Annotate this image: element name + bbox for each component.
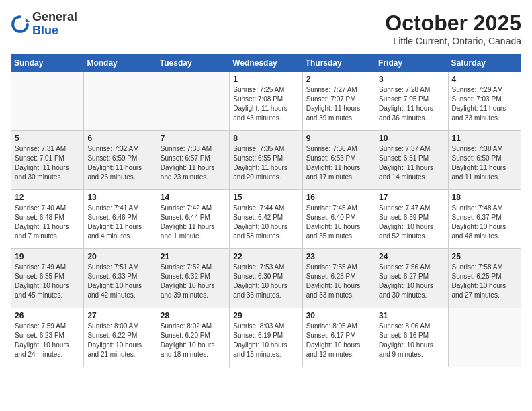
day-info: Sunrise: 7:37 AM Sunset: 6:51 PM Dayligh…: [379, 144, 444, 182]
calendar-day-cell: 28Sunrise: 8:02 AM Sunset: 6:20 PM Dayli…: [157, 308, 229, 367]
day-info: Sunrise: 7:59 AM Sunset: 6:23 PM Dayligh…: [15, 322, 80, 359]
day-info: Sunrise: 7:28 AM Sunset: 7:05 PM Dayligh…: [379, 85, 444, 123]
day-info: Sunrise: 7:44 AM Sunset: 6:42 PM Dayligh…: [233, 203, 298, 241]
day-info: Sunrise: 7:58 AM Sunset: 6:25 PM Dayligh…: [452, 263, 517, 300]
calendar-header-row: SundayMondayTuesdayWednesdayThursdayFrid…: [11, 55, 521, 72]
day-number: 13: [87, 193, 152, 202]
day-info: Sunrise: 7:36 AM Sunset: 6:53 PM Dayligh…: [306, 144, 371, 182]
day-info: Sunrise: 7:31 AM Sunset: 7:01 PM Dayligh…: [15, 144, 80, 182]
calendar-day-cell: 31Sunrise: 8:06 AM Sunset: 6:16 PM Dayli…: [375, 308, 448, 367]
calendar-day-cell: 2Sunrise: 7:27 AM Sunset: 7:07 PM Daylig…: [302, 72, 375, 131]
day-number: 10: [379, 134, 444, 143]
calendar-day-cell: 12Sunrise: 7:40 AM Sunset: 6:48 PM Dayli…: [11, 190, 84, 249]
calendar-day-cell: 6Sunrise: 7:32 AM Sunset: 6:59 PM Daylig…: [84, 131, 157, 190]
calendar-day-cell: 20Sunrise: 7:51 AM Sunset: 6:33 PM Dayli…: [84, 249, 157, 308]
calendar-day-cell: 15Sunrise: 7:44 AM Sunset: 6:42 PM Dayli…: [230, 190, 302, 249]
day-number: 7: [161, 134, 226, 143]
calendar-week-row: 12Sunrise: 7:40 AM Sunset: 6:48 PM Dayli…: [11, 190, 521, 249]
day-info: Sunrise: 7:40 AM Sunset: 6:48 PM Dayligh…: [15, 203, 80, 241]
svg-marker-0: [26, 17, 30, 21]
day-number: 29: [233, 311, 298, 320]
day-number: 28: [161, 311, 226, 320]
location-subtitle: Little Current, Ontario, Canada: [385, 36, 521, 46]
day-number: 18: [452, 193, 517, 202]
calendar-day-cell: 8Sunrise: 7:35 AM Sunset: 6:55 PM Daylig…: [230, 131, 302, 190]
calendar-week-row: 5Sunrise: 7:31 AM Sunset: 7:01 PM Daylig…: [11, 131, 521, 190]
day-info: Sunrise: 7:32 AM Sunset: 6:59 PM Dayligh…: [87, 144, 152, 182]
calendar-day-cell: 22Sunrise: 7:53 AM Sunset: 6:30 PM Dayli…: [230, 249, 302, 308]
weekday-header-monday: Monday: [84, 55, 157, 72]
day-info: Sunrise: 7:45 AM Sunset: 6:40 PM Dayligh…: [306, 203, 371, 241]
day-number: 12: [15, 193, 80, 202]
day-info: Sunrise: 7:47 AM Sunset: 6:39 PM Dayligh…: [379, 203, 444, 241]
calendar-day-cell: 26Sunrise: 7:59 AM Sunset: 6:23 PM Dayli…: [11, 308, 84, 367]
page-header: General Blue October 2025 Little Current…: [11, 11, 521, 46]
weekday-header-friday: Friday: [375, 55, 448, 72]
day-number: 4: [452, 75, 517, 84]
weekday-header-wednesday: Wednesday: [230, 55, 302, 72]
calendar-day-cell: 10Sunrise: 7:37 AM Sunset: 6:51 PM Dayli…: [375, 131, 448, 190]
day-number: 2: [306, 75, 371, 84]
day-number: 23: [306, 252, 371, 261]
day-info: Sunrise: 7:49 AM Sunset: 6:35 PM Dayligh…: [15, 263, 80, 300]
calendar-week-row: 1Sunrise: 7:25 AM Sunset: 7:08 PM Daylig…: [11, 72, 521, 131]
day-number: 17: [379, 193, 444, 202]
day-number: 16: [306, 193, 371, 202]
calendar-day-cell: 27Sunrise: 8:00 AM Sunset: 6:22 PM Dayli…: [84, 308, 157, 367]
calendar-day-cell: 5Sunrise: 7:31 AM Sunset: 7:01 PM Daylig…: [11, 131, 84, 190]
month-title: October 2025: [385, 11, 521, 36]
day-info: Sunrise: 8:05 AM Sunset: 6:17 PM Dayligh…: [306, 322, 371, 359]
day-number: 11: [452, 134, 517, 143]
weekday-header-thursday: Thursday: [302, 55, 375, 72]
logo-icon: [11, 15, 30, 34]
day-number: 25: [452, 252, 517, 261]
day-info: Sunrise: 7:25 AM Sunset: 7:08 PM Dayligh…: [233, 85, 298, 123]
day-info: Sunrise: 7:56 AM Sunset: 6:27 PM Dayligh…: [379, 263, 444, 300]
day-info: Sunrise: 7:35 AM Sunset: 6:55 PM Dayligh…: [233, 144, 298, 182]
calendar-day-cell: 1Sunrise: 7:25 AM Sunset: 7:08 PM Daylig…: [230, 72, 302, 131]
day-number: 1: [233, 75, 298, 84]
calendar-day-cell: 13Sunrise: 7:41 AM Sunset: 6:46 PM Dayli…: [84, 190, 157, 249]
day-number: 9: [306, 134, 371, 143]
day-info: Sunrise: 8:02 AM Sunset: 6:20 PM Dayligh…: [161, 322, 226, 359]
day-info: Sunrise: 8:06 AM Sunset: 6:16 PM Dayligh…: [379, 322, 444, 359]
calendar-day-cell: 23Sunrise: 7:55 AM Sunset: 6:28 PM Dayli…: [302, 249, 375, 308]
day-info: Sunrise: 8:00 AM Sunset: 6:22 PM Dayligh…: [87, 322, 152, 359]
day-number: 24: [379, 252, 444, 261]
calendar-day-cell: 19Sunrise: 7:49 AM Sunset: 6:35 PM Dayli…: [11, 249, 84, 308]
logo-text: General Blue: [32, 11, 77, 38]
calendar-day-cell: [11, 72, 84, 131]
day-info: Sunrise: 7:48 AM Sunset: 6:37 PM Dayligh…: [452, 203, 517, 241]
weekday-header-saturday: Saturday: [448, 55, 521, 72]
weekday-header-tuesday: Tuesday: [157, 55, 229, 72]
day-info: Sunrise: 7:33 AM Sunset: 6:57 PM Dayligh…: [161, 144, 226, 182]
logo: General Blue: [11, 11, 77, 38]
day-number: 19: [15, 252, 80, 261]
day-number: 22: [233, 252, 298, 261]
calendar-week-row: 26Sunrise: 7:59 AM Sunset: 6:23 PM Dayli…: [11, 308, 521, 367]
calendar-week-row: 19Sunrise: 7:49 AM Sunset: 6:35 PM Dayli…: [11, 249, 521, 308]
calendar-day-cell: [84, 72, 157, 131]
calendar-day-cell: [448, 308, 521, 367]
calendar-day-cell: 25Sunrise: 7:58 AM Sunset: 6:25 PM Dayli…: [448, 249, 521, 308]
day-number: 31: [379, 311, 444, 320]
day-info: Sunrise: 7:29 AM Sunset: 7:03 PM Dayligh…: [452, 85, 517, 123]
calendar-day-cell: 4Sunrise: 7:29 AM Sunset: 7:03 PM Daylig…: [448, 72, 521, 131]
calendar-day-cell: 9Sunrise: 7:36 AM Sunset: 6:53 PM Daylig…: [302, 131, 375, 190]
day-number: 14: [161, 193, 226, 202]
calendar-day-cell: 18Sunrise: 7:48 AM Sunset: 6:37 PM Dayli…: [448, 190, 521, 249]
calendar-table: SundayMondayTuesdayWednesdayThursdayFrid…: [11, 54, 521, 367]
calendar-day-cell: 11Sunrise: 7:38 AM Sunset: 6:50 PM Dayli…: [448, 131, 521, 190]
weekday-header-sunday: Sunday: [11, 55, 84, 72]
calendar-day-cell: 14Sunrise: 7:42 AM Sunset: 6:44 PM Dayli…: [157, 190, 229, 249]
day-number: 27: [87, 311, 152, 320]
title-block: October 2025 Little Current, Ontario, Ca…: [385, 11, 521, 46]
calendar-day-cell: 17Sunrise: 7:47 AM Sunset: 6:39 PM Dayli…: [375, 190, 448, 249]
calendar-day-cell: 30Sunrise: 8:05 AM Sunset: 6:17 PM Dayli…: [302, 308, 375, 367]
day-number: 6: [87, 134, 152, 143]
day-info: Sunrise: 7:53 AM Sunset: 6:30 PM Dayligh…: [233, 263, 298, 300]
day-number: 8: [233, 134, 298, 143]
calendar-day-cell: 16Sunrise: 7:45 AM Sunset: 6:40 PM Dayli…: [302, 190, 375, 249]
day-number: 26: [15, 311, 80, 320]
day-info: Sunrise: 7:42 AM Sunset: 6:44 PM Dayligh…: [161, 203, 226, 241]
